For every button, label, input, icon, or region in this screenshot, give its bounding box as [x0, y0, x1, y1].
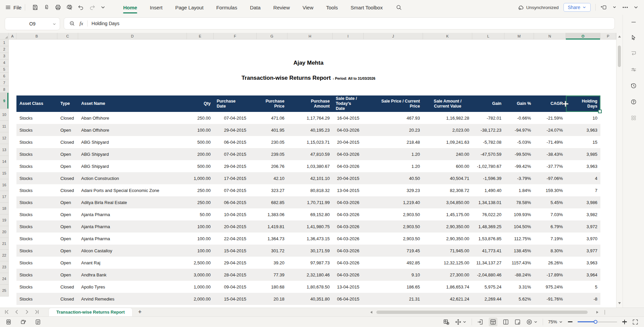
cell[interactable]: 250.00 [187, 184, 214, 196]
menu-tab-formulas[interactable]: Formulas [216, 0, 237, 15]
more-commands-chevron-icon[interactable] [100, 5, 106, 10]
column-title-8[interactable]: Sale Price / Current Price [364, 95, 423, 112]
cell[interactable]: Open [57, 148, 78, 160]
row-header-5[interactable]: 5 [0, 66, 9, 73]
cell[interactable]: 1,53,876.85 [472, 233, 504, 245]
cell[interactable]: Stocks [16, 136, 57, 148]
cell[interactable]: 69,152.80 [287, 208, 333, 220]
cell[interactable]: 20-04-2015 [214, 220, 257, 233]
cell[interactable]: -17.89% [534, 269, 566, 281]
cell[interactable]: 1,86,653.74 [423, 281, 472, 293]
redo-icon[interactable] [89, 4, 96, 11]
cell[interactable]: 1,03,380.67 [287, 160, 333, 172]
cell[interactable]: 7 [566, 184, 600, 196]
cell[interactable]: 04-03-2026 [333, 208, 364, 220]
cell[interactable]: -88.24% [504, 269, 534, 281]
column-header-F[interactable]: F [214, 33, 257, 40]
scrollbar-resize-handle[interactable] [604, 310, 605, 315]
apps-grid-icon[interactable] [630, 115, 637, 121]
cell[interactable]: Closed [57, 112, 78, 124]
row-header-20[interactable]: 20 [0, 226, 9, 238]
cell[interactable]: Stocks [16, 281, 57, 293]
cell[interactable]: -782.01 [472, 112, 504, 124]
formula-bar[interactable]: fx Holding Days [64, 17, 615, 29]
cell[interactable]: 3,963 [566, 124, 600, 136]
cell[interactable]: 975.24% [534, 281, 566, 293]
cell[interactable]: 42,621.24 [423, 293, 472, 305]
cell[interactable]: 467.93 [364, 112, 423, 124]
cell[interactable]: 1,70,711.99 [287, 196, 333, 208]
cell[interactable]: 471.06 [257, 112, 287, 124]
cell[interactable]: 500.00 [187, 136, 214, 148]
undo-icon[interactable] [77, 4, 84, 11]
row-header-25[interactable]: 25 [0, 285, 9, 297]
exit-view-icon[interactable] [477, 319, 484, 325]
cell[interactable]: 50.00 [187, 208, 214, 220]
cell[interactable]: 159.30% [534, 184, 566, 196]
cell[interactable]: 40.50 [364, 172, 423, 184]
cell[interactable]: 218.48 [364, 136, 423, 148]
cell[interactable]: 3,000.00 [187, 269, 214, 281]
cell[interactable]: Stocks [16, 269, 57, 281]
cell[interactable]: 16-04-2015 [333, 112, 364, 124]
cell[interactable]: Stocks [16, 245, 57, 257]
cell[interactable]: 500.00 [187, 160, 214, 172]
cell[interactable]: -71.49% [534, 136, 566, 148]
column-title-4[interactable]: Purchase Date [214, 95, 257, 112]
menu-tab-page-layout[interactable]: Page Layout [175, 0, 203, 15]
cell[interactable]: Action Construction [78, 172, 187, 184]
cell[interactable]: 04-03-2026 [333, 233, 364, 245]
share-button[interactable]: Share [564, 3, 591, 12]
page-layout-view-icon[interactable] [514, 319, 521, 325]
cell[interactable]: 06-04-2015 [333, 293, 364, 305]
cell[interactable]: -38.43% [534, 148, 566, 160]
cell[interactable]: 1.20 [364, 160, 423, 172]
cell[interactable]: Aditya Birla Real Estate [78, 196, 187, 208]
scroll-down-arrow[interactable] [618, 302, 621, 304]
cell[interactable]: -47,570.59 [472, 148, 504, 160]
cell[interactable]: 1,09,241.63 [423, 136, 472, 148]
column-header-B[interactable]: B [16, 33, 57, 40]
cell[interactable]: Aban Offshore [78, 112, 187, 124]
vertical-scroll-thumb[interactable] [618, 46, 621, 67]
cell[interactable]: 04-03-2026 [333, 257, 364, 269]
row-header-9[interactable]: 9 [0, 93, 9, 109]
row-header-22[interactable]: 22 [0, 250, 9, 261]
column-title-5[interactable]: Purchase Price [257, 95, 287, 112]
cell[interactable]: 04-03-2026 [333, 269, 364, 281]
cell[interactable]: 1.20 [364, 148, 423, 160]
cell[interactable]: 11,34,137.27 [472, 257, 504, 269]
cell[interactable]: Adani Ports and Special Economic Zone [78, 184, 187, 196]
column-header-M[interactable]: M [504, 33, 534, 40]
cell[interactable]: Anant Raj [78, 257, 187, 269]
horizontal-scrollbar[interactable] [370, 308, 605, 317]
cell[interactable]: Open [57, 220, 78, 233]
cell[interactable]: 682.85 [257, 196, 287, 208]
lookup-icon[interactable] [69, 20, 75, 27]
row-header-1[interactable]: 1 [0, 40, 9, 46]
cell[interactable]: 07-04-2015 [214, 184, 257, 196]
horizontal-scroll-track[interactable] [376, 311, 593, 314]
macro-vb-icon[interactable] [20, 319, 27, 325]
vertical-scrollbar[interactable] [616, 33, 623, 308]
row-header-7[interactable]: 7 [0, 79, 9, 86]
zoom-level[interactable]: 75% [548, 319, 563, 324]
cell[interactable]: 1,419.81 [257, 220, 287, 233]
cell[interactable]: 719.45 [364, 245, 423, 257]
cell[interactable]: Closed [57, 293, 78, 305]
menu-tab-tools[interactable]: Tools [326, 0, 338, 15]
cell[interactable]: 21.31 [364, 293, 423, 305]
cell[interactable]: 3.31% [504, 281, 534, 293]
cell[interactable]: 1,41,980.75 [287, 220, 333, 233]
column-title-12[interactable]: CAGR [534, 95, 566, 112]
row-header-6[interactable]: 6 [0, 73, 9, 79]
pdf-export-icon[interactable] [43, 4, 50, 11]
cell[interactable]: 29-04-2015 [214, 257, 257, 269]
cell[interactable]: 04-03-2026 [333, 220, 364, 233]
cell[interactable]: 1,45,175.00 [423, 208, 472, 220]
cell[interactable]: 1,15,023.71 [287, 136, 333, 148]
pan-mode-icon[interactable] [455, 319, 462, 325]
cell[interactable]: Open [57, 245, 78, 257]
cell[interactable]: Stocks [16, 124, 57, 136]
cursor-select-icon[interactable] [630, 34, 637, 41]
